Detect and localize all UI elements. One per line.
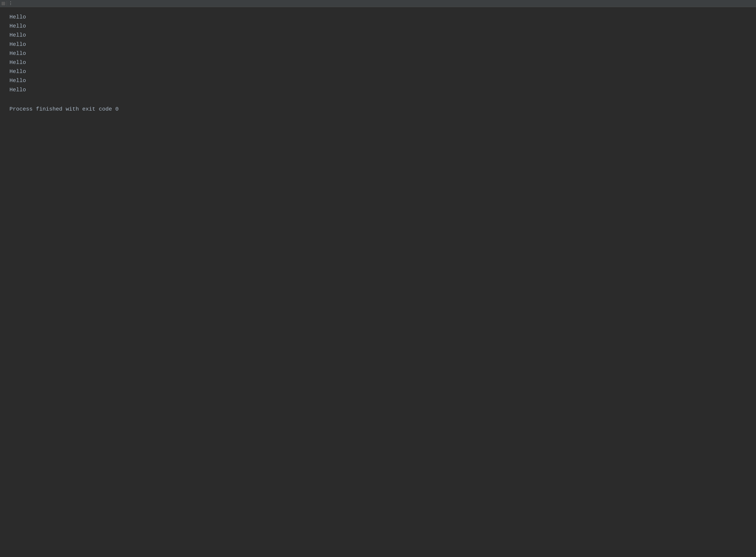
terminal-output-line: Hello [9,40,747,49]
terminal-output-line: Hello [9,67,747,76]
top-bar-square [2,2,5,5]
terminal-spacer [9,94,747,105]
terminal-output-line: Hello [9,85,747,94]
terminal-content: HelloHelloHelloHelloHelloHelloHelloHello… [0,7,756,119]
more-options-icon[interactable]: ⋮ [8,1,13,6]
terminal-output-line: Hello [9,12,747,22]
terminal-output-line: Hello [9,31,747,40]
terminal-output-line: Hello [9,58,747,67]
top-bar: ⋮ [0,0,756,7]
terminal-output-line: Hello [9,49,747,58]
terminal-output-line: Hello [9,76,747,85]
terminal-exit-message: Process finished with exit code 0 [9,105,747,114]
terminal-output-line: Hello [9,22,747,31]
